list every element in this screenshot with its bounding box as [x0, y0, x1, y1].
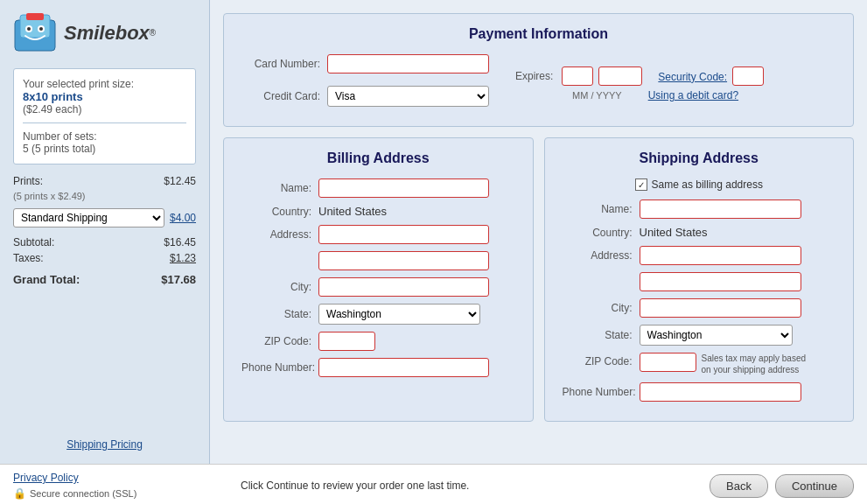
- billing-zip-label: ZIP Code:: [241, 335, 311, 347]
- shipping-zip-input[interactable]: [640, 353, 696, 372]
- shipping-state-select[interactable]: Washington Alabama Alaska Arizona Califo…: [640, 325, 793, 346]
- shipping-name-label: Name:: [563, 203, 633, 215]
- shipping-address2-input[interactable]: [640, 272, 801, 291]
- security-code-link[interactable]: Security Code:: [658, 71, 727, 83]
- logo-text: Smilebox: [64, 22, 150, 45]
- shipping-phone-row: Phone Number:: [563, 382, 836, 402]
- billing-country-value: United States: [318, 205, 387, 218]
- expires-mm-input[interactable]: [562, 66, 593, 86]
- shipping-panel: Shipping Address ✓ Same as billing addre…: [544, 137, 855, 422]
- address-panels: Billing Address Name: Country: United St…: [223, 137, 854, 422]
- footer-left: Privacy Policy 🔒 Secure connection (SSL): [13, 472, 223, 500]
- lock-icon: 🔒: [13, 487, 26, 500]
- billing-phone-input[interactable]: [318, 358, 489, 377]
- secure-text: Secure connection (SSL): [30, 488, 136, 499]
- shipping-state-row: State: Washington Alabama Alaska Arizona…: [563, 325, 836, 346]
- shipping-state-row-inner: Washington Alabama Alaska Arizona Califo…: [640, 325, 793, 346]
- shipping-phone-label: Phone Number:: [563, 386, 633, 398]
- continue-button[interactable]: Continue: [775, 474, 854, 498]
- svg-point-4: [27, 27, 31, 31]
- security-row: Expires: Security Code:: [515, 66, 764, 86]
- back-button[interactable]: Back: [710, 474, 768, 498]
- shipping-city-input[interactable]: [640, 298, 801, 318]
- taxes-value: $1.23: [170, 252, 196, 264]
- payment-section: Payment Information Card Number: Credit …: [223, 13, 854, 127]
- credit-card-label: Credit Card:: [241, 90, 320, 102]
- privacy-policy-link[interactable]: Privacy Policy: [13, 472, 223, 484]
- billing-name-row: Name:: [241, 178, 515, 198]
- smilebox-logo-icon: [13, 13, 57, 52]
- billing-address2-input[interactable]: [318, 251, 489, 270]
- shipping-country-label: Country:: [563, 227, 633, 239]
- billing-city-label: City:: [241, 281, 311, 293]
- mm-yyyy-text: MM / YYYY: [572, 90, 622, 101]
- shipping-address-label: Address:: [563, 249, 633, 262]
- prints-row: Prints: $12.45: [13, 175, 196, 187]
- footer-center: Click Continue to review your order one …: [241, 480, 692, 492]
- payment-left: Card Number: Credit Card: Visa MasterCar…: [241, 54, 489, 114]
- sidebar: Smilebox® Your selected print size: 8x10…: [0, 0, 210, 464]
- billing-state-row-inner: Washington Alabama Alaska Arizona Califo…: [318, 304, 480, 325]
- shipping-name-input[interactable]: [640, 200, 801, 219]
- shipping-phone-input[interactable]: [640, 382, 801, 402]
- card-number-input[interactable]: [327, 54, 489, 74]
- payment-title: Payment Information: [241, 26, 836, 42]
- num-sets-label: Number of sets:: [23, 130, 186, 143]
- shipping-row: Standard Shipping $4.00: [13, 208, 196, 228]
- billing-address-row: Address:: [241, 225, 515, 244]
- expires-label: Expires:: [515, 70, 553, 82]
- print-size-label: Your selected print size:: [23, 78, 186, 90]
- billing-title: Billing Address: [241, 150, 515, 166]
- sidebar-bottom: Shipping Pricing: [13, 429, 196, 451]
- shipping-pricing-link[interactable]: Shipping Pricing: [66, 438, 143, 451]
- billing-name-input[interactable]: [318, 178, 489, 198]
- billing-country-row: Country: United States: [241, 205, 515, 218]
- billing-zip-row: ZIP Code:: [241, 332, 515, 351]
- shipping-price: $4.00: [170, 212, 196, 224]
- billing-address-input[interactable]: [318, 225, 489, 244]
- shipping-address-input[interactable]: [640, 246, 801, 265]
- shipping-name-row: Name:: [563, 200, 836, 219]
- logo-area: Smilebox®: [13, 13, 196, 52]
- same-billing-label: Same as billing address: [652, 178, 763, 191]
- taxes-row: Taxes: $1.23: [13, 252, 196, 264]
- debit-card-link[interactable]: Using a debit card?: [648, 89, 738, 102]
- footer: Privacy Policy 🔒 Secure connection (SSL)…: [0, 464, 867, 504]
- svg-rect-6: [26, 13, 44, 20]
- billing-city-input[interactable]: [318, 277, 489, 297]
- credit-card-select[interactable]: Visa MasterCard American Express Discove…: [327, 86, 489, 107]
- shipping-city-row: City:: [563, 298, 836, 318]
- grand-total-row: Grand Total: $17.68: [13, 273, 196, 286]
- sidebar-info-panel: Your selected print size: 8x10 prints ($…: [13, 68, 196, 164]
- billing-zip-input[interactable]: [318, 332, 375, 351]
- billing-address2-row: [241, 251, 515, 270]
- zip-tax-group: Sales tax may apply based on your shippi…: [640, 353, 815, 375]
- security-code-label: Security Code:: [658, 70, 727, 83]
- shipping-select[interactable]: Standard Shipping: [13, 208, 164, 228]
- billing-name-label: Name:: [241, 182, 311, 194]
- prints-value: $12.45: [164, 175, 196, 187]
- shipping-country-row: Country: United States: [563, 226, 836, 239]
- same-billing-checkbox[interactable]: ✓: [635, 178, 647, 191]
- shipping-zip-row: ZIP Code: Sales tax may apply based on y…: [563, 353, 836, 375]
- card-number-row: Card Number:: [241, 54, 489, 74]
- tax-note: Sales tax may apply based on your shippi…: [702, 353, 815, 375]
- mm-yyyy-debit-row: MM / YYYY Using a debit card?: [515, 89, 738, 102]
- print-size-price: ($2.49 each): [23, 103, 186, 116]
- print-size-value: 8x10 prints: [23, 90, 83, 103]
- prints-label: Prints:: [13, 175, 43, 187]
- billing-state-select[interactable]: Washington Alabama Alaska Arizona Califo…: [318, 304, 480, 325]
- logo-trademark: ®: [150, 28, 156, 38]
- security-code-input[interactable]: [732, 66, 764, 86]
- shipping-address-row: Address:: [563, 246, 836, 265]
- shipping-title: Shipping Address: [563, 150, 836, 166]
- credit-card-row: Credit Card: Visa MasterCard American Ex…: [241, 86, 489, 107]
- expires-yyyy-input[interactable]: [598, 66, 642, 86]
- prints-note: (5 prints x $2.49): [13, 191, 196, 201]
- billing-state-label: State:: [241, 308, 311, 320]
- billing-phone-label: Phone Number:: [241, 361, 311, 374]
- continue-hint: Click Continue to review your order one …: [241, 480, 469, 492]
- footer-right: Back Continue: [710, 474, 854, 498]
- payment-fields: Card Number: Credit Card: Visa MasterCar…: [241, 54, 836, 114]
- billing-city-row: City:: [241, 277, 515, 297]
